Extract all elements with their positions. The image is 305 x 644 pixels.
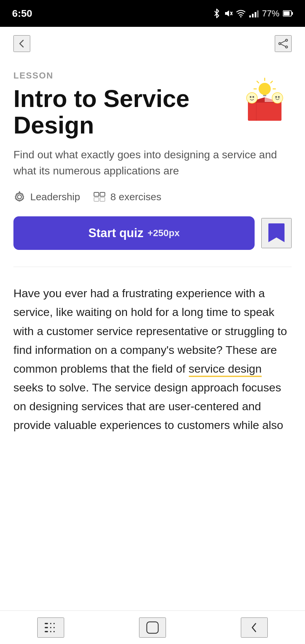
bookmark-button[interactable] bbox=[261, 218, 292, 248]
svg-rect-44 bbox=[50, 623, 51, 624]
svg-rect-6 bbox=[255, 12, 256, 17]
lesson-description: Find out what exactly goes into designin… bbox=[13, 147, 292, 179]
lesson-illustration-svg bbox=[238, 70, 292, 124]
start-quiz-button[interactable]: Start quiz +250px bbox=[13, 216, 255, 250]
svg-point-32 bbox=[253, 96, 254, 98]
tag-leadership: Leadership bbox=[13, 191, 80, 203]
back-arrow-icon bbox=[17, 39, 27, 48]
svg-rect-24 bbox=[263, 95, 266, 96]
lesson-illustration bbox=[238, 70, 292, 124]
article-body: Have you ever had a frustrating experien… bbox=[13, 284, 292, 434]
bookmark-icon bbox=[268, 223, 285, 244]
tags-row: Leadership 8 exercises bbox=[13, 191, 292, 203]
svg-rect-50 bbox=[147, 622, 158, 633]
svg-rect-7 bbox=[257, 10, 259, 17]
svg-rect-5 bbox=[252, 14, 254, 17]
gear-icon bbox=[13, 191, 26, 203]
svg-rect-19 bbox=[248, 102, 281, 121]
tag-exercises: 8 exercises bbox=[93, 191, 161, 203]
main-content: LESSON Intro to Service Design bbox=[0, 60, 305, 458]
svg-point-33 bbox=[272, 93, 283, 103]
section-label: LESSON bbox=[13, 70, 231, 81]
svg-rect-48 bbox=[53, 627, 55, 628]
exercises-label: 8 exercises bbox=[110, 191, 161, 203]
back-button[interactable] bbox=[13, 35, 30, 52]
svg-point-36 bbox=[17, 195, 21, 199]
share-button[interactable] bbox=[275, 35, 292, 52]
quiz-button-points: +250px bbox=[147, 228, 180, 238]
battery-icon bbox=[283, 10, 293, 16]
wifi-icon bbox=[236, 9, 246, 17]
home-icon bbox=[144, 619, 161, 636]
svg-rect-41 bbox=[45, 623, 48, 624]
article-paragraph-1: Have you ever had a frustrating experien… bbox=[13, 284, 292, 434]
svg-line-27 bbox=[257, 81, 259, 83]
back-nav-icon bbox=[248, 622, 260, 634]
quiz-button-label: Start quiz bbox=[88, 226, 143, 240]
svg-rect-45 bbox=[50, 627, 51, 628]
svg-rect-49 bbox=[53, 631, 55, 632]
svg-rect-37 bbox=[94, 193, 99, 196]
lesson-header-left: LESSON Intro to Service Design bbox=[13, 70, 238, 139]
svg-rect-10 bbox=[284, 11, 290, 15]
lesson-title: Intro to Service Design bbox=[13, 86, 231, 139]
svg-rect-40 bbox=[100, 198, 105, 201]
svg-point-35 bbox=[278, 96, 280, 98]
svg-point-3 bbox=[240, 16, 242, 17]
svg-rect-39 bbox=[94, 198, 99, 201]
nav-back-nav-button[interactable] bbox=[241, 618, 268, 638]
svg-line-15 bbox=[281, 44, 286, 47]
status-bar: 6:50 77% bbox=[0, 0, 305, 27]
svg-point-22 bbox=[259, 83, 271, 95]
bottom-nav-bar bbox=[0, 610, 305, 644]
exercises-icon bbox=[93, 191, 105, 203]
svg-rect-4 bbox=[249, 15, 251, 17]
svg-rect-23 bbox=[263, 93, 267, 95]
quiz-row: Start quiz +250px bbox=[13, 216, 292, 250]
bluetooth-icon bbox=[213, 9, 220, 18]
time-display: 6:50 bbox=[12, 8, 32, 19]
svg-rect-38 bbox=[100, 193, 105, 196]
share-icon bbox=[278, 38, 289, 49]
battery-display: 77% bbox=[262, 8, 279, 19]
svg-line-14 bbox=[281, 41, 286, 43]
leadership-label: Leadership bbox=[30, 191, 80, 203]
svg-line-26 bbox=[271, 81, 272, 83]
signal-icon bbox=[249, 9, 259, 17]
nav-bar bbox=[0, 27, 305, 60]
svg-rect-9 bbox=[292, 12, 293, 15]
lesson-header: LESSON Intro to Service Design bbox=[13, 70, 292, 139]
nav-menu-button[interactable] bbox=[37, 618, 64, 638]
svg-marker-0 bbox=[225, 10, 229, 16]
svg-point-31 bbox=[250, 96, 252, 98]
svg-rect-46 bbox=[50, 631, 51, 632]
service-design-link[interactable]: service design bbox=[189, 362, 262, 377]
mute-icon bbox=[224, 9, 232, 18]
divider bbox=[13, 267, 292, 267]
menu-icon bbox=[43, 622, 58, 634]
svg-rect-43 bbox=[45, 631, 48, 632]
svg-point-34 bbox=[275, 96, 277, 98]
status-icons: 77% bbox=[213, 8, 293, 19]
svg-rect-47 bbox=[53, 623, 55, 624]
svg-point-30 bbox=[247, 93, 257, 103]
nav-home-button[interactable] bbox=[139, 618, 166, 638]
svg-rect-42 bbox=[45, 627, 48, 628]
